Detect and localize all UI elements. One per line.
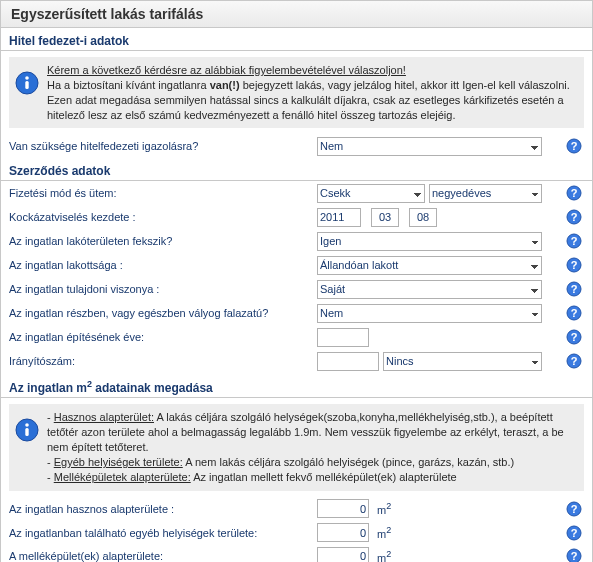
- unit-m2: m2: [377, 549, 391, 562]
- select-payment-frequency[interactable]: negyedéves: [429, 184, 542, 203]
- label-adobe-walls: Az ingatlan részben, vagy egészben vályo…: [9, 307, 317, 319]
- select-residential-area[interactable]: Igen: [317, 232, 542, 251]
- section-contract-data: Szerződés adatok: [1, 160, 592, 181]
- tariff-panel: Egyszerűsített lakás tarifálás Hitel fed…: [0, 0, 593, 562]
- section-credit-data: Hitel fedezet-i adatok: [1, 30, 592, 51]
- input-day[interactable]: [409, 208, 437, 227]
- select-payment-method[interactable]: Csekk: [317, 184, 425, 203]
- info-box-area: - Hasznos alapterület: A lakás céljára s…: [9, 404, 584, 490]
- label-need-credit-cert: Van szüksége hitelfedezeti igazolásra?: [9, 140, 317, 152]
- input-postal-code[interactable]: [317, 352, 379, 371]
- help-icon[interactable]: [564, 209, 584, 225]
- label-other-rooms-area: Az ingatlanban található egyéb helyisége…: [9, 527, 317, 539]
- unit-m2: m2: [377, 525, 391, 540]
- label-payment-mode: Fizetési mód és ütem:: [9, 187, 317, 199]
- label-useful-area: Az ingatlan hasznos alapterülete :: [9, 503, 317, 515]
- input-other-rooms-area[interactable]: [317, 523, 369, 542]
- select-occupancy[interactable]: Állandóan lakott: [317, 256, 542, 275]
- help-icon[interactable]: [564, 305, 584, 321]
- help-icon[interactable]: [564, 281, 584, 297]
- input-year[interactable]: [317, 208, 361, 227]
- help-icon[interactable]: [564, 501, 584, 517]
- help-icon[interactable]: [564, 329, 584, 345]
- label-ownership: Az ingatlan tulajdoni viszonya :: [9, 283, 317, 295]
- label-risk-start: Kockázatviselés kezdete :: [9, 211, 317, 223]
- select-postal-city[interactable]: Nincs: [383, 352, 542, 371]
- input-build-year[interactable]: [317, 328, 369, 347]
- info-box-credit: Kérem a következő kérdésre az alábbiak f…: [9, 57, 584, 128]
- input-outbuilding-area[interactable]: [317, 547, 369, 562]
- help-icon[interactable]: [564, 548, 584, 562]
- select-ownership[interactable]: Saját: [317, 280, 542, 299]
- help-icon[interactable]: [564, 138, 584, 154]
- info-text: Kérem a következő kérdésre az alábbiak f…: [47, 63, 576, 122]
- section-area-data: Az ingatlan m2 adatainak megadása: [1, 375, 592, 398]
- help-icon[interactable]: [564, 257, 584, 273]
- select-need-credit-cert[interactable]: Nem: [317, 137, 542, 156]
- input-useful-area[interactable]: [317, 499, 369, 518]
- help-icon[interactable]: [564, 185, 584, 201]
- panel-title: Egyszerűsített lakás tarifálás: [1, 1, 592, 28]
- unit-m2: m2: [377, 501, 391, 516]
- info-text: - Hasznos alapterület: A lakás céljára s…: [47, 410, 576, 484]
- label-residential-area: Az ingatlan lakóterületen fekszik?: [9, 235, 317, 247]
- label-build-year: Az ingatlan építésének éve:: [9, 331, 317, 343]
- input-month[interactable]: [371, 208, 399, 227]
- info-icon: [15, 410, 39, 442]
- help-icon[interactable]: [564, 525, 584, 541]
- select-adobe-walls[interactable]: Nem: [317, 304, 542, 323]
- info-icon: [15, 63, 39, 95]
- label-postal-code: Irányítószám:: [9, 355, 317, 367]
- label-occupancy: Az ingatlan lakottsága :: [9, 259, 317, 271]
- help-icon[interactable]: [564, 233, 584, 249]
- help-icon[interactable]: [564, 353, 584, 369]
- label-outbuilding-area: A melléképület(ek) alapterülete:: [9, 550, 317, 562]
